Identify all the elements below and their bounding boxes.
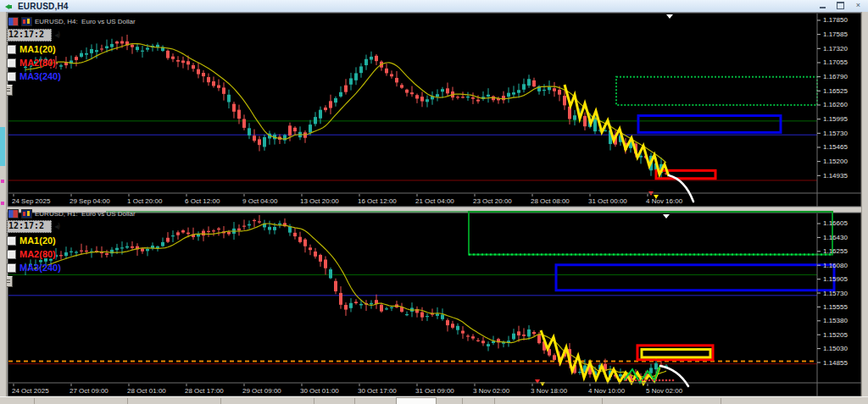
ma2-checkbox[interactable] <box>7 58 16 68</box>
candle-body <box>309 247 312 250</box>
dot-marker <box>648 379 651 382</box>
candle-body <box>181 230 185 232</box>
chart-background <box>8 213 861 396</box>
chart-h4-header: EURUSD, H4: Euro vs US Dollar <box>8 17 136 25</box>
candle-body <box>242 119 246 127</box>
candle-body <box>105 46 108 48</box>
dot-marker <box>645 379 648 382</box>
dot-marker <box>662 379 665 382</box>
candle-body <box>334 281 337 291</box>
candle-body <box>248 128 251 136</box>
candle-body <box>59 65 63 67</box>
candle-body <box>512 92 515 95</box>
candle-body <box>242 226 246 227</box>
dock-marker <box>1 202 4 205</box>
ma1-checkbox[interactable] <box>7 236 16 246</box>
price-tick-label: 1.16430 <box>823 234 848 241</box>
timer-sound-icon[interactable]: ◀) <box>54 30 59 41</box>
active-chart-tab[interactable] <box>396 397 437 404</box>
time-tick-label: 3 Nov 02:00 <box>473 387 510 395</box>
charts-svg[interactable]: 1.178501.175851.173201.170551.167901.165… <box>0 0 868 404</box>
indicator-icon-2 <box>21 209 32 219</box>
candle-body <box>237 110 241 119</box>
candle-body <box>415 95 419 98</box>
dock-highlight <box>0 127 5 166</box>
candle-body <box>146 48 149 50</box>
time-tick-label: 9 Oct 04:00 <box>242 197 278 205</box>
candle-body <box>532 80 536 86</box>
candle-body <box>166 238 170 242</box>
candle-body <box>390 74 393 76</box>
ma3-checkbox[interactable] <box>7 72 16 81</box>
price-tick-label: 1.15380 <box>823 317 848 324</box>
tab-separator <box>494 398 495 404</box>
candle-body <box>161 242 164 246</box>
candle-body <box>512 334 515 340</box>
candle-timer-h1: 12:17:2 ◀) <box>7 220 52 233</box>
ma3-label: MA3(240) <box>19 263 61 273</box>
candle-body <box>654 363 658 369</box>
candle-body <box>258 221 261 222</box>
price-tick-label: 1.16525 <box>823 87 848 95</box>
ma2-label: MA2(80) <box>19 58 56 68</box>
chart-h4-symbol-label: EURUSD, H4: Euro vs US Dollar <box>35 18 136 25</box>
candle-body <box>90 49 93 53</box>
time-tick-label: 31 Oct 00:00 <box>588 197 627 205</box>
chart-h1-symbol-label: EURUSD, H1: Euro vs US Dollar <box>35 210 136 218</box>
candle-body <box>385 308 388 309</box>
time-tick-label: 21 Oct 04:00 <box>415 197 454 205</box>
timer-sound-icon[interactable]: ◀) <box>54 222 59 232</box>
candle-body <box>420 313 424 318</box>
candle-body <box>349 78 353 84</box>
candle-body <box>202 73 205 76</box>
candle-body <box>558 90 561 95</box>
candle-body <box>131 45 134 47</box>
legend-row-ma2-h4: MA2(80) <box>7 58 56 68</box>
indicator-icon-1 <box>8 17 19 26</box>
candle-body <box>202 231 205 236</box>
candle-body <box>319 255 322 262</box>
candle-body <box>263 137 266 147</box>
candle-body <box>171 57 175 59</box>
price-tick-label: 1.17850 <box>823 16 848 24</box>
candle-body <box>146 249 149 251</box>
tab-separator <box>314 398 314 404</box>
candle-body <box>181 60 185 63</box>
candle-body <box>120 247 124 248</box>
right-window-edge <box>861 12 868 396</box>
chart-tab-strip[interactable] <box>0 396 868 404</box>
dot-marker <box>642 379 644 382</box>
candle-body <box>527 329 531 336</box>
dot-marker <box>635 379 637 382</box>
price-tick-label: 1.15205 <box>823 331 848 339</box>
candle-body <box>548 86 551 90</box>
candle-body <box>115 42 119 43</box>
candle-body <box>125 246 129 248</box>
candle-body <box>141 51 144 52</box>
time-tick-label: 27 Oct 09:00 <box>70 387 108 395</box>
candle-body <box>395 78 398 82</box>
dot-marker <box>669 379 671 382</box>
price-tick-label: 1.15995 <box>823 115 848 123</box>
candle-body <box>75 57 78 60</box>
candle-body <box>278 224 281 224</box>
dot-marker <box>632 379 634 382</box>
candle-body <box>217 229 220 230</box>
candle-body <box>420 97 424 101</box>
candle-body <box>192 65 195 69</box>
time-tick-label: 24 Oct 2025 <box>12 387 49 395</box>
candle-body <box>461 331 465 334</box>
price-tick-label: 1.15030 <box>823 345 848 352</box>
ma1-checkbox[interactable] <box>7 45 16 54</box>
candle-body <box>471 336 475 338</box>
tab-separator <box>602 398 603 404</box>
ma1-label: MA1(20) <box>19 44 56 54</box>
ma3-checkbox[interactable] <box>7 263 16 273</box>
candle-body <box>522 84 526 90</box>
candle-body <box>339 293 342 305</box>
chart-H4: 1.178501.175851.173201.170551.167901.165… <box>8 13 861 207</box>
candle-body <box>456 97 459 97</box>
candle-body <box>227 95 231 102</box>
ma2-checkbox[interactable] <box>7 250 16 259</box>
time-tick-label: 5 Nov 02:00 <box>646 387 683 395</box>
